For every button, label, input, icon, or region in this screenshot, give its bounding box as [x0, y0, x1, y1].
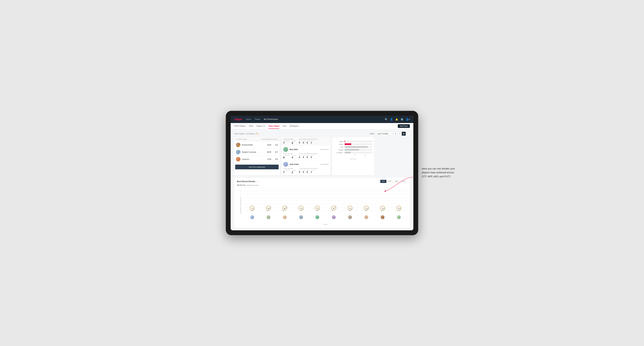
bar-row-bogeys: Bogeys 311	[334, 149, 372, 151]
card-header: Rees Britt 02 Sep 2023	[283, 147, 329, 152]
player-avatar	[299, 215, 303, 219]
total-rounds-label: Total Rounds	[283, 138, 296, 140]
top-nav: clippd Home Teams My Performance 🔍 👤 🔔 ⚙…	[231, 116, 413, 123]
ott-label: OTT	[299, 155, 301, 156]
team-title: Team Clippd | 14 Players ✏️	[234, 133, 258, 135]
ott-val: 0	[299, 171, 301, 173]
tournament-rounds: 7	[283, 142, 290, 144]
streak-bar-col: 4x	[342, 198, 358, 211]
team-name: Team Clippd	[234, 133, 244, 135]
player-name-col: E. Crossman	[326, 211, 342, 223]
subnav-all-players[interactable]: All Players	[290, 124, 298, 129]
putt-label: PUTT	[310, 155, 314, 156]
card-view-icon[interactable]: ▦	[402, 132, 406, 136]
profile-icon[interactable]: 👤▾	[406, 118, 410, 121]
player-info: 3 Cameron...	[236, 157, 264, 162]
three-col-layout: PLAYER NAME PB SCORE PB AVG SQ 1 Richard…	[234, 137, 410, 175]
practice-rounds: 6	[292, 142, 296, 144]
grid-view-icon[interactable]: ⊞	[394, 132, 397, 136]
pb-avg: 107	[273, 151, 278, 153]
streaks-chart-container: Best Streak, Fairway Accuracy 7 6 5 4 3 …	[237, 188, 407, 223]
streak-filter-arg[interactable]: ARG	[393, 180, 400, 183]
bell-icon[interactable]: 🔔	[395, 118, 398, 121]
subnav-hcaps[interactable]: Hcaps 1-5	[256, 124, 265, 129]
y-axis-label: Best Streak, Fairway Accuracy	[240, 197, 241, 214]
player-name: Richard Butler	[242, 144, 253, 146]
activities-label: Total Practice Activities	[299, 153, 318, 155]
app-value: 0	[303, 142, 305, 144]
avatar: 3	[236, 157, 240, 162]
subnav-tour[interactable]: Tour	[283, 124, 286, 129]
player-card-josh: Josh Coles 26 Aug 2023 Total Rounds Tour…	[282, 161, 330, 175]
table-view-icon[interactable]: ↕	[406, 132, 410, 136]
nav-icons: 🔍 👤 🔔 ⚙️ 👤▾	[385, 118, 410, 121]
app-label: APP	[303, 170, 305, 171]
putt-val: 1	[310, 171, 314, 173]
player-name-col: R. Butler	[374, 211, 391, 223]
edit-icon[interactable]: ✏️	[256, 133, 258, 135]
player-name-col: B. Ford	[342, 211, 358, 223]
list-view-icon[interactable]: ≡	[398, 132, 402, 136]
ott-label: OTT	[299, 140, 301, 142]
view-leaderboard-button[interactable]: View Full Leaderboard	[235, 165, 278, 169]
ott-label: OTT	[299, 170, 301, 171]
x-axis-200: 200	[354, 155, 356, 156]
subnav-pga[interactable]: PGA	[249, 124, 253, 129]
arg-label: ARG	[306, 140, 309, 142]
x-axis-label: Players	[237, 223, 407, 225]
pb-avg-col-label: PB AVG SQ	[270, 138, 278, 140]
putt-value: 1	[310, 142, 314, 144]
arg-val: 0	[306, 156, 309, 159]
add-team-button[interactable]: Add Team	[398, 124, 410, 128]
player-cards-panel: Total Rounds Tournament 7 Practice 6	[282, 137, 330, 175]
nav-teams[interactable]: Teams	[254, 117, 260, 121]
player-name-col: B. McHerg	[260, 211, 276, 223]
search-icon[interactable]: 🔍	[385, 118, 388, 121]
streaks-subtitle: Off The Tee, Fairway Accuracy	[237, 184, 407, 186]
streak-filter-app[interactable]: APP	[387, 180, 393, 183]
subnav-pgat[interactable]: PGAT Players	[234, 124, 246, 129]
pb-avg: 110	[273, 144, 278, 146]
rank-badge: 3	[238, 160, 240, 162]
card-header: Josh Coles 26 Aug 2023	[283, 162, 329, 167]
pb-score: 18/20	[266, 151, 271, 153]
time-filter-select[interactable]: Last 3 months	[376, 132, 392, 135]
player-avatar	[380, 215, 384, 219]
bar-row-eagles: Eagles 3	[334, 141, 372, 142]
player-avatar	[397, 215, 401, 219]
sub-nav-right: Add Team	[398, 124, 410, 128]
chart-axis-label: Total Shots	[334, 158, 372, 160]
leaderboard-panel: PLAYER NAME PB SCORE PB AVG SQ 1 Richard…	[234, 137, 280, 175]
streak-filter-putt[interactable]: PUTT	[400, 180, 407, 183]
putt-val: 0	[310, 156, 314, 159]
tournament-val: 8	[283, 156, 290, 159]
x-axis-400: 400	[364, 155, 366, 156]
annotation-container: Here you can see streaks your players ha…	[422, 167, 458, 178]
practice-label: Practice	[292, 170, 296, 171]
settings-icon[interactable]: ⚙️	[400, 118, 404, 121]
user-icon[interactable]: 👤	[390, 118, 393, 121]
subnav-team-clippd[interactable]: Team Clippd	[268, 124, 279, 129]
bar-fill	[344, 149, 359, 151]
ott-value: 0	[299, 142, 301, 144]
tournament-label: Tournament	[283, 155, 290, 156]
tablet-frame: clippd Home Teams My Performance 🔍 👤 🔔 ⚙…	[226, 111, 418, 235]
player-name-col: J. Coles	[293, 211, 309, 223]
bar-label: D. Bogeys +	[334, 152, 344, 154]
streak-filter-ott[interactable]: OTT	[380, 180, 386, 183]
pb-score: 17/20	[266, 158, 271, 160]
nav-my-performance[interactable]: My Performance	[264, 117, 278, 121]
practice-label: Practice	[292, 155, 296, 156]
player-name-col: D. Billingham	[276, 211, 293, 223]
total-rounds-label: Total Rounds	[283, 153, 296, 155]
bar-row-pars: Pars 499	[334, 146, 372, 148]
player-avatar	[250, 215, 254, 219]
player-count: | 14 Players	[245, 133, 255, 135]
card-player-name: Josh Coles	[290, 163, 299, 165]
nav-home[interactable]: Home	[246, 117, 251, 121]
streaks-title: Best Round Streaks ←	[237, 180, 259, 183]
show-label: Show	[370, 133, 374, 135]
bar-fill	[344, 146, 368, 148]
table-row: 2 Edward Crossman 18/20 107	[234, 149, 280, 156]
avatar: 1	[236, 143, 240, 147]
